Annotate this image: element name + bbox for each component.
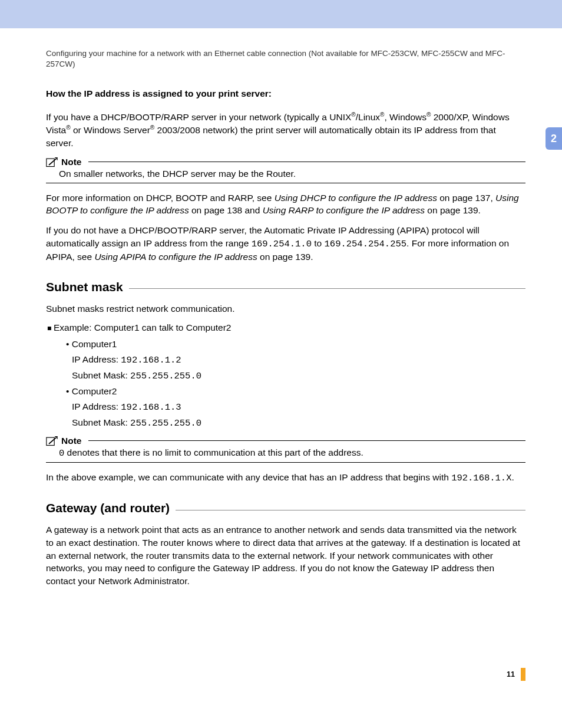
text: to (312, 238, 325, 248)
note-body: 0 denotes that there is no limit to comm… (46, 447, 525, 463)
computer1-mask: Subnet Mask: 255.255.255.0 (46, 370, 525, 381)
text: If you have a DHCP/BOOTP/RARP server in … (46, 112, 351, 122)
note-label: Note (61, 157, 81, 167)
ip-range-end: 169.254.254.255 (325, 239, 407, 249)
note-label: Note (61, 436, 81, 446)
paragraph-gateway: A gateway is a network point that acts a… (46, 523, 525, 587)
chapter-tab: 2 (546, 127, 562, 150)
text: . (511, 472, 514, 482)
note-header: Note (46, 436, 525, 446)
reg-mark: ® (66, 124, 70, 131)
label: IP Address: (72, 354, 121, 364)
svg-rect-0 (47, 159, 54, 166)
heading-text: Subnet mask (46, 280, 123, 294)
running-header: Configuring your machine for a network w… (46, 48, 525, 70)
value: 192.168.1.2 (121, 355, 181, 365)
label: IP Address: (72, 401, 121, 411)
paragraph-subnet-intro: Subnet masks restrict network communicat… (46, 302, 525, 315)
text: or Windows Server (71, 125, 150, 135)
example-item: Example: Computer1 can talk to Computer2 (47, 322, 525, 333)
note-icon (46, 157, 58, 167)
text: on page 138 and (189, 205, 263, 215)
svg-rect-1 (47, 437, 54, 445)
example-list: Example: Computer1 can talk to Computer2 (46, 322, 525, 333)
text: on page 137, (437, 193, 495, 203)
text: /Linux (356, 112, 380, 122)
computer-list: Computer2 (46, 386, 525, 397)
value: 255.255.255.0 (130, 418, 201, 429)
paragraph-apipa: If you do not have a DHCP/BOOTP/RARP ser… (46, 224, 525, 263)
heading-rule (129, 288, 525, 289)
text: denotes that there is no limit to commun… (64, 447, 363, 457)
value: 192.168.1.3 (121, 402, 181, 413)
reg-mark: ® (351, 111, 355, 118)
heading-text: Gateway (and router) (46, 501, 170, 515)
page-number: 11 (507, 670, 515, 678)
computer1-ip: IP Address: 192.168.1.2 (46, 354, 525, 365)
label: Subnet Mask: (72, 370, 130, 380)
text: on page 139. (257, 252, 313, 262)
computer-list: Computer1 (46, 339, 525, 350)
note-rule (88, 440, 525, 441)
note-header: Note (46, 157, 525, 167)
ip-range-start: 169.254.1.0 (252, 239, 312, 249)
computer2-name: Computer2 (66, 386, 525, 397)
note-body: On smaller networks, the DHCP server may… (46, 169, 525, 183)
paragraph-refs: For more information on DHCP, BOOTP and … (46, 192, 525, 217)
note-icon (46, 436, 58, 446)
text: , Windows (385, 112, 427, 122)
heading-gateway: Gateway (and router) (46, 501, 525, 515)
value: 255.255.255.0 (130, 371, 201, 381)
section-lead: How the IP address is assigned to your p… (46, 87, 525, 100)
text: on page 139. (425, 205, 481, 215)
computer1-name: Computer1 (66, 339, 525, 350)
paragraph-dhcp-intro: If you have a DHCP/BOOTP/RARP server in … (46, 111, 525, 149)
text: In the above example, we can communicate… (46, 472, 451, 482)
xref: Using RARP to configure the IP address (263, 205, 425, 215)
ip-pattern: 192.168.1.X (451, 473, 511, 483)
heading-rule (176, 510, 525, 510)
computer2-mask: Subnet Mask: 255.255.255.0 (46, 417, 525, 429)
zero-value: 0 (59, 448, 64, 459)
note-block: Note On smaller networks, the DHCP serve… (46, 157, 525, 183)
top-band (0, 0, 562, 28)
label: Subnet Mask: (72, 417, 130, 427)
note-block: Note 0 denotes that there is no limit to… (46, 436, 525, 463)
text: For more information on DHCP, BOOTP and … (46, 193, 275, 203)
note-rule (88, 162, 525, 162)
reg-mark: ® (380, 111, 384, 118)
page-content: Configuring your machine for a network w… (0, 28, 562, 713)
xref: Using DHCP to configure the IP address (275, 193, 437, 203)
heading-subnet-mask: Subnet mask (46, 280, 525, 294)
computer2-ip: IP Address: 192.168.1.3 (46, 401, 525, 413)
xref: Using APIPA to configure the IP address (94, 252, 257, 262)
footer-accent-bar (521, 668, 525, 681)
page-footer: 11 (507, 668, 525, 681)
paragraph-subnet-conclusion: In the above example, we can communicate… (46, 471, 525, 485)
